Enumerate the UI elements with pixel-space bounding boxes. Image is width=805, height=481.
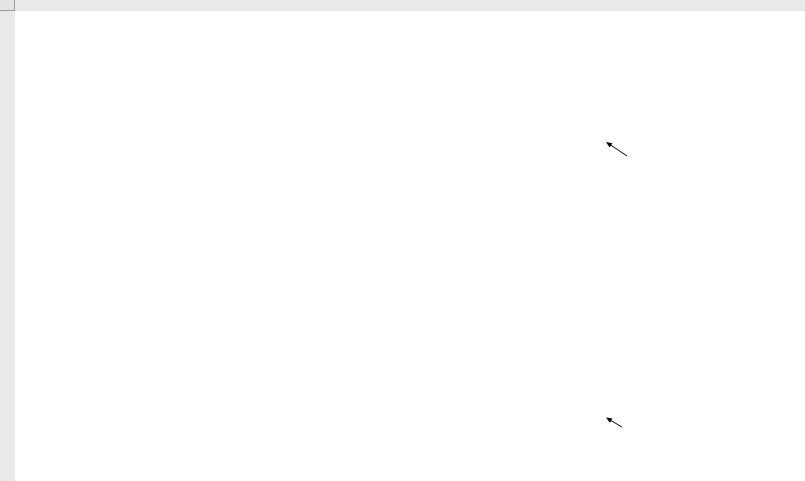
comment-arrow <box>0 0 805 481</box>
header-filled[interactable] <box>605 39 698 55</box>
header-nrc[interactable] <box>540 23 605 55</box>
header-name[interactable] <box>45 11 205 55</box>
header-result[interactable] <box>540 11 788 23</box>
spreadsheet <box>0 0 805 481</box>
header-duration[interactable] <box>385 11 475 55</box>
row-header-strip <box>0 11 15 481</box>
column-header-strip <box>0 0 805 11</box>
header-drained[interactable] <box>698 39 788 55</box>
header-end[interactable] <box>300 11 385 55</box>
header-start[interactable] <box>205 11 300 55</box>
select-all-corner[interactable] <box>0 0 15 11</box>
header-capacity[interactable] <box>605 23 788 39</box>
header-num[interactable] <box>15 11 45 55</box>
header-charger[interactable] <box>475 11 540 55</box>
